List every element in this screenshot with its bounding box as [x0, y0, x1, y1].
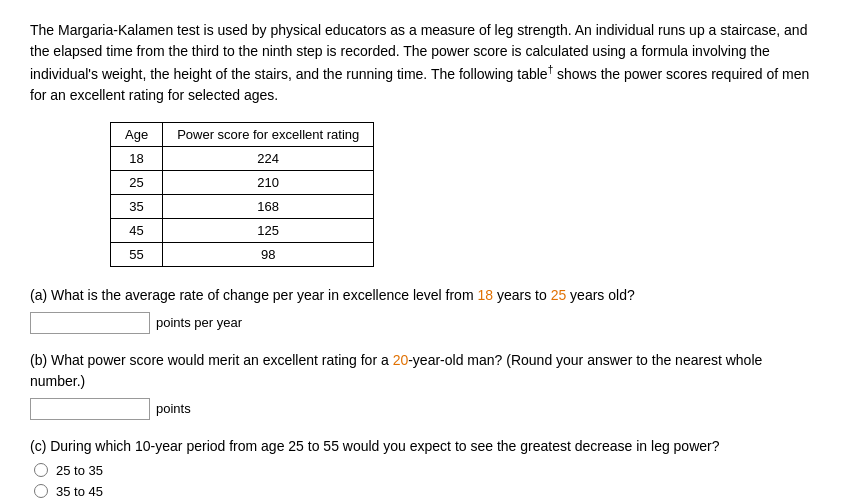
question-b-block: (b) What power score would merit an exce…	[30, 350, 810, 420]
power-score-table: Age Power score for excellent rating 18 …	[110, 122, 374, 267]
table-row: 35 168	[111, 194, 374, 218]
question-a-text: (a) What is the average rate of change p…	[30, 285, 810, 306]
question-b-input[interactable]	[30, 398, 150, 420]
question-c-label: (c)	[30, 438, 46, 454]
intro-paragraph: The Margaria-Kalamen test is used by phy…	[30, 20, 810, 106]
table-cell-age: 45	[111, 218, 163, 242]
radio-label-25to35: 25 to 35	[56, 463, 103, 478]
table-cell-score: 210	[163, 170, 374, 194]
question-c-text: (c) During which 10-year period from age…	[30, 436, 810, 457]
question-a-age2: 25	[551, 287, 567, 303]
table-cell-score: 98	[163, 242, 374, 266]
question-a-label: (a)	[30, 287, 47, 303]
question-a-end: years old?	[566, 287, 634, 303]
table-cell-age: 18	[111, 146, 163, 170]
table-row: 45 125	[111, 218, 374, 242]
data-table-container: Age Power score for excellent rating 18 …	[110, 122, 828, 267]
table-row: 55 98	[111, 242, 374, 266]
question-c-body: During which 10-year period from age 25 …	[50, 438, 719, 454]
question-a-middle: years to	[493, 287, 551, 303]
table-cell-age: 55	[111, 242, 163, 266]
question-a-input[interactable]	[30, 312, 150, 334]
question-a-age1: 18	[477, 287, 493, 303]
question-b-text: (b) What power score would merit an exce…	[30, 350, 810, 392]
question-a-block: (a) What is the average rate of change p…	[30, 285, 810, 334]
radio-label-35to45: 35 to 45	[56, 484, 103, 499]
question-b-body: What power score would merit an excellen…	[51, 352, 393, 368]
question-b-age-highlight: 20	[393, 352, 409, 368]
col-header-age: Age	[111, 122, 163, 146]
col-header-score: Power score for excellent rating	[163, 122, 374, 146]
table-cell-score: 168	[163, 194, 374, 218]
table-row: 18 224	[111, 146, 374, 170]
question-b-units: points	[156, 401, 191, 416]
table-row: 25 210	[111, 170, 374, 194]
question-a-units: points per year	[156, 315, 242, 330]
question-c-block: (c) During which 10-year period from age…	[30, 436, 810, 502]
radio-option-35to45[interactable]: 35 to 45	[34, 484, 810, 499]
table-cell-age: 35	[111, 194, 163, 218]
question-a-body: What is the average rate of change per y…	[51, 287, 477, 303]
table-cell-score: 224	[163, 146, 374, 170]
table-cell-age: 25	[111, 170, 163, 194]
question-b-label: (b)	[30, 352, 47, 368]
radio-input-25to35[interactable]	[34, 463, 48, 477]
radio-input-35to45[interactable]	[34, 484, 48, 498]
question-c-options: 25 to 35 35 to 45 45 to 55	[34, 463, 810, 502]
radio-option-25to35[interactable]: 25 to 35	[34, 463, 810, 478]
table-cell-score: 125	[163, 218, 374, 242]
